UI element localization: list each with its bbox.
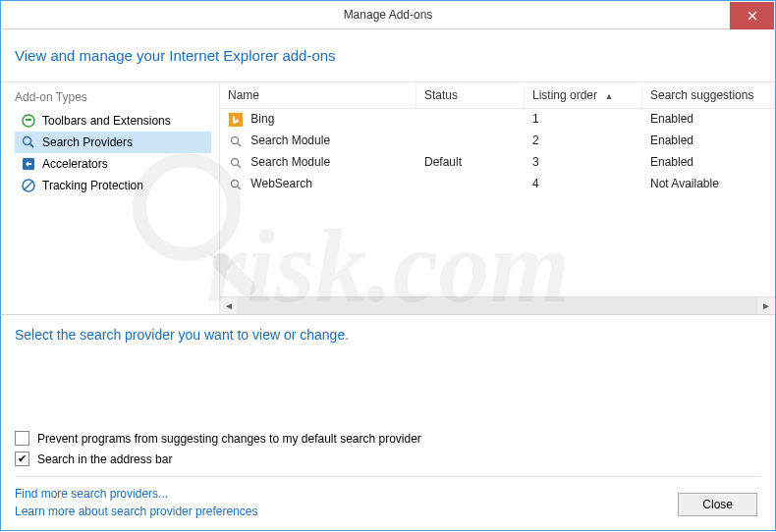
checkbox-address-bar[interactable]: ✔ Search in the address bar xyxy=(15,452,761,466)
svg-line-9 xyxy=(238,143,242,147)
sidebar-item-accelerators[interactable]: Accelerators xyxy=(15,153,211,175)
sidebar-item-search-providers[interactable]: Search Providers xyxy=(15,132,211,153)
svg-line-13 xyxy=(238,186,242,190)
search-icon xyxy=(21,134,36,150)
svg-point-10 xyxy=(232,159,239,166)
table-row[interactable]: Search Module 2 Enabled xyxy=(220,131,775,152)
table-row[interactable]: Search Module Default 3 Enabled xyxy=(220,152,775,174)
svg-point-12 xyxy=(232,181,239,187)
sidebar-label: Add-on Types xyxy=(15,90,219,104)
lower-section: Select the search provider you want to v… xyxy=(1,314,775,530)
titlebar: Manage Add-ons xyxy=(0,0,776,29)
search-provider-icon xyxy=(228,155,244,171)
accelerators-icon xyxy=(21,156,36,172)
checkbox-icon[interactable] xyxy=(15,431,29,446)
table-header: Name Status Listing order ▲ Search sugge… xyxy=(220,82,775,109)
sidebar-item-tracking-protection[interactable]: Tracking Protection xyxy=(15,175,211,196)
window-close-button[interactable] xyxy=(730,2,774,29)
main-area: View and manage your Internet Explorer a… xyxy=(0,29,776,531)
content-area: Add-on Types Toolbars and Extensions Sea… xyxy=(1,82,775,314)
bing-icon xyxy=(228,112,244,128)
table-row[interactable]: Bing 1 Enabled xyxy=(220,109,775,131)
sidebar-item-label: Search Providers xyxy=(42,135,133,149)
lower-heading: Select the search provider you want to v… xyxy=(15,327,761,343)
search-provider-icon xyxy=(228,177,244,192)
close-icon xyxy=(748,11,757,21)
svg-line-11 xyxy=(238,165,242,169)
horizontal-scrollbar[interactable]: ◄ ► xyxy=(220,296,775,314)
window-title: Manage Add-ons xyxy=(1,8,775,22)
tracking-protection-icon xyxy=(21,178,36,193)
learn-more-link[interactable]: Learn more about search provider prefere… xyxy=(15,503,257,520)
column-header-status[interactable]: Status xyxy=(416,82,525,108)
checkbox-checked-icon[interactable]: ✔ xyxy=(15,452,29,466)
column-header-suggestions[interactable]: Search suggestions xyxy=(642,82,775,108)
scroll-track[interactable] xyxy=(238,297,757,314)
svg-line-6 xyxy=(25,182,33,190)
sidebar-item-label: Toolbars and Extensions xyxy=(42,114,171,128)
checkbox-prevent-changes[interactable]: Prevent programs from suggesting changes… xyxy=(15,431,761,446)
find-more-providers-link[interactable]: Find more search providers... xyxy=(15,485,257,503)
svg-point-2 xyxy=(24,137,31,145)
column-header-order[interactable]: Listing order ▲ xyxy=(525,82,642,108)
header-section: View and manage your Internet Explorer a… xyxy=(1,29,775,82)
footer-links: Find more search providers... Learn more… xyxy=(15,485,257,520)
svg-rect-1 xyxy=(26,119,31,121)
svg-line-3 xyxy=(30,144,34,148)
sort-up-icon: ▲ xyxy=(604,91,613,101)
close-button[interactable]: Close xyxy=(678,493,757,516)
table-area: Name Status Listing order ▲ Search sugge… xyxy=(219,82,775,314)
scroll-left-icon[interactable]: ◄ xyxy=(220,297,238,315)
svg-point-8 xyxy=(232,137,239,144)
footer: Find more search providers... Learn more… xyxy=(15,476,761,520)
scroll-right-icon[interactable]: ► xyxy=(757,297,775,315)
table-row[interactable]: WebSearch 4 Not Available xyxy=(220,174,775,195)
sidebar-item-toolbars[interactable]: Toolbars and Extensions xyxy=(15,110,211,132)
sidebar-item-label: Tracking Protection xyxy=(42,179,143,192)
sidebar-item-label: Accelerators xyxy=(42,157,108,171)
sidebar: Add-on Types Toolbars and Extensions Sea… xyxy=(1,82,219,314)
column-header-name[interactable]: Name xyxy=(220,82,416,108)
toolbars-icon xyxy=(21,113,36,129)
search-provider-icon xyxy=(228,133,244,149)
header-text: View and manage your Internet Explorer a… xyxy=(15,47,761,64)
table-body: Bing 1 Enabled Search Module 2 Enabled xyxy=(220,109,775,296)
svg-rect-7 xyxy=(229,113,243,127)
